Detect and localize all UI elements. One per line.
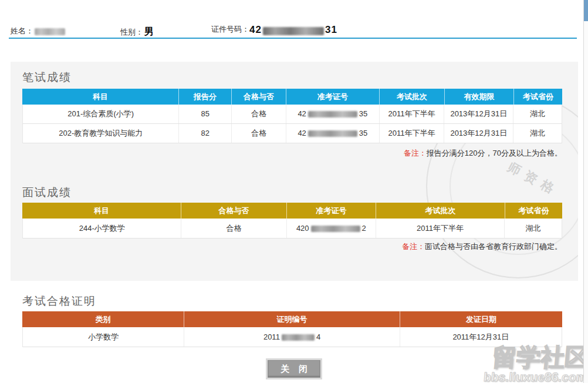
column-header: 类别	[22, 311, 184, 327]
scrollbar-thumb[interactable]	[584, 0, 588, 21]
id-number-suffix: 31	[325, 24, 337, 35]
site-watermark: 留学社区 bbs.liuxue86.com	[483, 345, 588, 383]
column-header: 考试省份	[505, 203, 562, 219]
note-label: 备注：	[402, 242, 425, 251]
column-header: 准考证号	[286, 89, 380, 105]
id-label: 证件号码：	[211, 25, 249, 33]
column-header: 证明编号	[184, 311, 400, 327]
table-row: 201-综合素质(小学) 85 合格 4235 2011年下半年 2013年12…	[23, 105, 562, 124]
column-header: 有效期限	[445, 89, 514, 105]
certificate-table: 类别 证明编号 发证日期 小学数学 20114 2011年12月31日	[22, 311, 562, 347]
ticket-cell: 4202	[287, 219, 376, 238]
ticket-redacted	[308, 130, 357, 137]
id-number-field: 证件号码：4231	[211, 24, 337, 36]
pass-cell: 合格	[181, 219, 287, 238]
scrollbar-track[interactable]	[583, 0, 588, 383]
interview-score-title: 面试成绩	[22, 185, 72, 200]
subject-cell: 244-小学数学	[23, 219, 181, 238]
gender-value: 男	[144, 26, 154, 36]
name-field: 姓名：	[11, 26, 65, 36]
column-header: 科目	[22, 203, 181, 219]
cert-number-redacted	[282, 334, 315, 341]
column-header: 考试批次	[380, 89, 445, 105]
ticket-suffix: 35	[359, 109, 367, 118]
note-label: 备注：	[404, 149, 427, 157]
score-cell: 82	[179, 124, 232, 143]
site-watermark-url: bbs.liuxue86.com	[483, 371, 587, 383]
name-label: 姓名：	[11, 26, 33, 35]
header-divider	[9, 38, 577, 39]
province-cell: 湖北	[513, 105, 562, 123]
ticket-prefix: 420	[296, 224, 309, 233]
column-header: 考试批次	[376, 203, 505, 219]
id-number-redacted	[263, 27, 324, 35]
column-header: 考试省份	[514, 89, 562, 105]
written-score-table: 科目 报告分 合格与否 准考证号 考试批次 有效期限 考试省份 201-综合素质…	[22, 89, 562, 143]
column-header: 发证日期	[400, 311, 562, 327]
close-button[interactable]: 关 闭	[268, 360, 320, 378]
table-row: 小学数学 20114 2011年12月31日	[23, 327, 562, 347]
id-number-prefix: 42	[249, 24, 262, 35]
session-cell: 2011年下半年	[380, 105, 445, 123]
gender-label: 性别：	[120, 28, 143, 36]
results-panel: 师资格 笔试成绩 科目 报告分 合格与否 准考证号 考试批次 有效期限 考试省份…	[11, 62, 578, 281]
ticket-cell: 4235	[286, 105, 380, 123]
ticket-redacted	[308, 111, 357, 117]
pass-cell: 合格	[232, 124, 286, 143]
subject-cell: 202-教育教学知识与能力	[23, 124, 179, 143]
ticket-cell: 4235	[286, 124, 380, 143]
ticket-redacted	[311, 226, 360, 232]
column-header: 科目	[22, 89, 179, 105]
valid-until-cell: 2013年12月31日	[444, 124, 513, 143]
ticket-prefix: 42	[298, 109, 306, 118]
column-header: 准考证号	[287, 203, 376, 219]
cert-number-prefix: 2011	[263, 332, 280, 341]
identity-row: 姓名： 性别：男 证件号码：4231	[0, 26, 588, 39]
interview-score-table: 科目 合格与否 准考证号 考试批次 考试省份 244-小学数学 合格 4202 …	[22, 203, 562, 238]
pass-cell: 合格	[232, 105, 286, 123]
exam-score-page: 姓名： 性别：男 证件号码：4231 师资格 笔试成绩 科目 报告分 合格与否 …	[0, 0, 588, 383]
valid-until-cell: 2013年12月31日	[444, 105, 513, 123]
province-cell: 湖北	[505, 219, 562, 238]
certificate-title: 考试合格证明	[22, 294, 96, 309]
column-header: 合格与否	[181, 203, 287, 219]
category-cell: 小学数学	[23, 327, 184, 347]
ticket-suffix: 2	[362, 224, 366, 233]
name-redacted	[35, 28, 65, 35]
session-cell: 2011年下半年	[380, 124, 445, 143]
interview-note: 备注：面试合格与否由各省教育行政部门确定。	[22, 241, 562, 252]
site-watermark-title: 留学社区	[484, 345, 588, 369]
interview-table-header: 科目 合格与否 准考证号 考试批次 考试省份	[22, 203, 562, 219]
written-score-title: 笔试成绩	[22, 70, 72, 85]
column-header: 报告分	[179, 89, 232, 105]
table-row: 202-教育教学知识与能力 82 合格 4235 2011年下半年 2013年1…	[23, 124, 562, 143]
table-row: 244-小学数学 合格 4202 2011年下半年 湖北	[23, 219, 562, 238]
gender-field: 性别：男	[120, 26, 154, 38]
certificate-table-header: 类别 证明编号 发证日期	[22, 311, 562, 327]
note-text: 面试合格与否由各省教育行政部门确定。	[425, 242, 562, 251]
ticket-prefix: 42	[298, 129, 306, 137]
note-text: 报告分满分120分，70分及以上为合格。	[427, 149, 562, 157]
ticket-suffix: 35	[359, 129, 367, 137]
score-cell: 85	[179, 105, 232, 123]
subject-cell: 201-综合素质(小学)	[23, 105, 179, 123]
cert-number-suffix: 4	[316, 332, 320, 341]
written-table-header: 科目 报告分 合格与否 准考证号 考试批次 有效期限 考试省份	[22, 89, 562, 105]
written-note: 备注：报告分满分120分，70分及以上为合格。	[22, 148, 562, 159]
session-cell: 2011年下半年	[376, 219, 505, 238]
column-header: 合格与否	[232, 89, 286, 105]
province-cell: 湖北	[513, 124, 562, 143]
certificate-number-cell: 20114	[184, 327, 400, 347]
